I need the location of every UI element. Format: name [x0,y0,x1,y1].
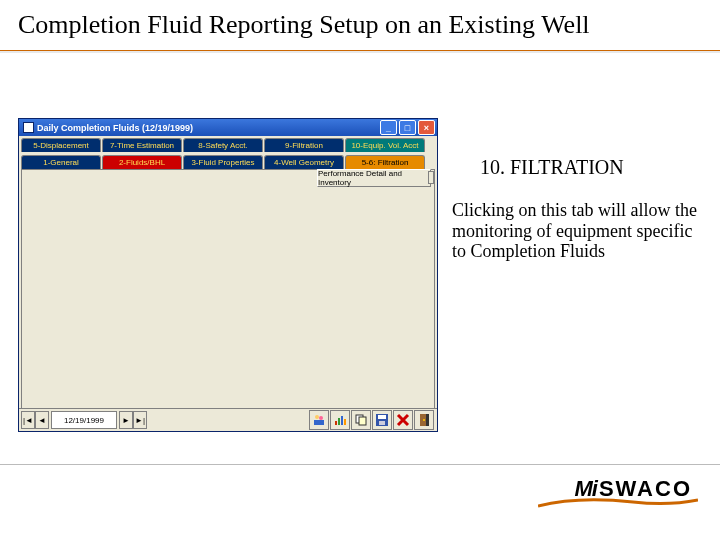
tab-well-geometry[interactable]: 4-Well Geometry [264,155,344,169]
tab-fluids-bhl[interactable]: 2-Fluids/BHL [102,155,182,169]
stack-scroll-arrow[interactable] [428,171,434,184]
svg-point-0 [315,415,319,419]
svg-rect-10 [378,415,386,419]
tab-row-1: 5-Displacement 7-Time Estimation 8-Safet… [19,136,437,153]
tab-row-2: 1-General 2-Fluids/BHL 3-Fluid Propertie… [19,153,437,170]
svg-rect-2 [314,420,324,425]
app-window: Daily Completion Fluids (12/19/1999) _ □… [18,118,438,432]
performance-detail-button[interactable]: Performance Detail and Inventory [317,169,431,187]
date-field[interactable]: 12/19/1999 [51,411,117,429]
people-icon[interactable] [309,410,329,430]
logo-swoosh-icon [538,498,698,508]
nav-first-button[interactable]: |◄ [21,411,35,429]
svg-point-1 [319,416,323,420]
delete-icon[interactable] [393,410,413,430]
toolbar-group [309,410,434,430]
nav-last-button[interactable]: ►| [133,411,147,429]
titlebar[interactable]: Daily Completion Fluids (12/19/1999) _ □… [19,119,437,136]
step-heading: 10. FILTRATION [480,156,624,179]
svg-rect-8 [359,417,366,425]
step-body: Clicking on this tab will allow the moni… [452,200,702,262]
nav-prev-button[interactable]: ◄ [35,411,49,429]
maximize-button[interactable]: □ [399,120,416,135]
tab-displacement[interactable]: 5-Displacement [21,138,101,152]
tab-filtration[interactable]: 9-Filtration [264,138,344,152]
minimize-button[interactable]: _ [380,120,397,135]
slide-title: Completion Fluid Reporting Setup on an E… [18,10,590,40]
tab-time-estimation[interactable]: 7-Time Estimation [102,138,182,152]
save-disk-icon[interactable] [372,410,392,430]
svg-rect-6 [344,419,346,425]
work-area [21,169,435,409]
tab-5-6-filtration[interactable]: 5-6: Filtration [345,155,425,169]
window-title: Daily Completion Fluids (12/19/1999) [37,123,380,133]
svg-rect-11 [379,421,385,425]
tab-safety-acct[interactable]: 8-Safety Acct. [183,138,263,152]
tab-fluid-properties[interactable]: 3-Fluid Properties [183,155,263,169]
close-door-icon[interactable] [414,410,434,430]
svg-rect-13 [426,414,429,426]
nav-next-button[interactable]: ► [119,411,133,429]
svg-point-14 [423,419,425,421]
footer-divider [0,464,720,465]
tab-equip-vol-acct[interactable]: 10-Equip. Vol. Acct [345,138,425,152]
tab-general[interactable]: 1-General [21,155,101,169]
svg-rect-5 [341,416,343,425]
bottom-toolbar: |◄ ◄ 12/19/1999 ► ►| [19,408,437,431]
svg-rect-4 [338,418,340,425]
svg-rect-3 [335,421,337,425]
close-button[interactable]: × [418,120,435,135]
title-divider [0,50,720,53]
copy-icon[interactable] [351,410,371,430]
app-icon [23,122,34,133]
chart-icon[interactable] [330,410,350,430]
record-navigator: |◄ ◄ 12/19/1999 ► ►| [21,411,147,429]
